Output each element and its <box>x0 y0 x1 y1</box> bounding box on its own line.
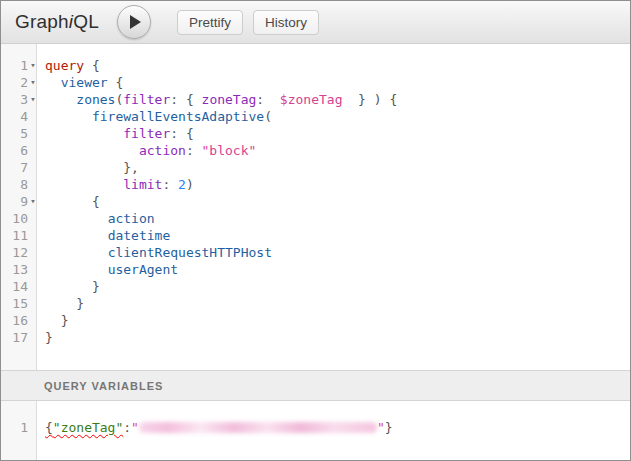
fold-arrow-placeholder <box>28 312 38 329</box>
line-number: 14 <box>12 278 28 295</box>
fold-arrow-placeholder <box>28 108 38 125</box>
fold-arrow-placeholder <box>28 419 38 436</box>
code-line[interactable]: 14 } <box>1 278 630 295</box>
code-text: } <box>38 278 100 295</box>
line-number: 12 <box>12 244 28 261</box>
logo-text-post: QL <box>73 11 99 32</box>
line-number: 1 <box>20 57 28 74</box>
line-number: 17 <box>12 329 28 346</box>
fold-arrow-placeholder <box>28 227 38 244</box>
graphiql-logo: GraphiQL <box>15 11 99 33</box>
fold-arrow-icon[interactable]: ▾ <box>28 74 38 91</box>
code-text: action <box>38 210 155 227</box>
code-text: action: "block" <box>38 142 256 159</box>
code-text: {"zoneTag":""} <box>38 419 393 436</box>
fold-arrow-placeholder <box>28 244 38 261</box>
query-variables-titlebar[interactable]: QUERY VARIABLES <box>1 370 630 401</box>
code-text: userAgent <box>38 261 178 278</box>
code-text: firewallEventsAdaptive( <box>38 108 272 125</box>
code-text: { <box>38 193 100 210</box>
line-number: 16 <box>12 312 28 329</box>
fold-arrow-placeholder <box>28 278 38 295</box>
code-line[interactable]: 15 } <box>1 295 630 312</box>
code-line[interactable]: 2▾ viewer { <box>1 74 630 91</box>
line-number: 3 <box>20 91 28 108</box>
code-line[interactable]: 10 action <box>1 210 630 227</box>
line-number: 13 <box>12 261 28 278</box>
code-text: clientRequestHTTPHost <box>38 244 272 261</box>
query-variables-editor[interactable]: 1{"zoneTag":""} <box>1 401 630 460</box>
code-line[interactable]: 17} <box>1 329 630 346</box>
code-text: query { <box>38 57 100 74</box>
line-number: 8 <box>20 176 28 193</box>
code-text: } <box>38 312 68 329</box>
code-text: filter: { <box>38 125 194 142</box>
code-line[interactable]: 7 }, <box>1 159 630 176</box>
line-number: 1 <box>20 419 28 436</box>
line-number: 7 <box>20 159 28 176</box>
execute-query-button[interactable] <box>117 5 151 39</box>
fold-arrow-icon[interactable]: ▾ <box>28 193 38 210</box>
line-number: 5 <box>20 125 28 142</box>
fold-arrow-placeholder <box>28 125 38 142</box>
code-text: limit: 2) <box>38 176 194 193</box>
redacted-value <box>139 422 377 433</box>
fold-arrow-placeholder <box>28 295 38 312</box>
code-text: viewer { <box>38 74 123 91</box>
logo-text-pre: Graph <box>15 11 69 32</box>
code-line[interactable]: 6 action: "block" <box>1 142 630 159</box>
line-number: 15 <box>12 295 28 312</box>
code-text: datetime <box>38 227 170 244</box>
code-text: zones(filter: { zoneTag: $zoneTag } ) { <box>38 91 397 108</box>
line-number: 9 <box>20 193 28 210</box>
line-number: 2 <box>20 74 28 91</box>
code-line[interactable]: 1{"zoneTag":""} <box>1 419 630 436</box>
code-text: } <box>38 329 53 346</box>
fold-arrow-placeholder <box>28 210 38 227</box>
history-button[interactable]: History <box>253 10 319 35</box>
fold-arrow-icon[interactable]: ▾ <box>28 91 38 108</box>
code-line[interactable]: 5 filter: { <box>1 125 630 142</box>
code-line[interactable]: 3▾ zones(filter: { zoneTag: $zoneTag } )… <box>1 91 630 108</box>
code-line[interactable]: 11 datetime <box>1 227 630 244</box>
line-number: 11 <box>12 227 28 244</box>
graphiql-container: GraphiQL Prettify History 1▾query {2▾ vi… <box>0 0 631 461</box>
query-editor[interactable]: 1▾query {2▾ viewer {3▾ zones(filter: { z… <box>1 44 630 370</box>
line-number: 4 <box>20 108 28 125</box>
fold-arrow-placeholder <box>28 159 38 176</box>
code-text: } <box>38 295 84 312</box>
query-variables-title: QUERY VARIABLES <box>44 380 163 392</box>
code-line[interactable]: 1▾query { <box>1 57 630 74</box>
line-number: 10 <box>12 210 28 227</box>
code-line[interactable]: 12 clientRequestHTTPHost <box>1 244 630 261</box>
play-icon <box>130 15 141 29</box>
code-line[interactable]: 9▾ { <box>1 193 630 210</box>
code-line[interactable]: 8 limit: 2) <box>1 176 630 193</box>
fold-arrow-placeholder <box>28 261 38 278</box>
fold-arrow-icon[interactable]: ▾ <box>28 57 38 74</box>
code-line[interactable]: 13 userAgent <box>1 261 630 278</box>
code-line[interactable]: 4 firewallEventsAdaptive( <box>1 108 630 125</box>
code-line[interactable]: 16 } <box>1 312 630 329</box>
prettify-button[interactable]: Prettify <box>177 10 243 35</box>
code-text: }, <box>38 159 139 176</box>
fold-arrow-placeholder <box>28 142 38 159</box>
topbar: GraphiQL Prettify History <box>1 1 630 44</box>
fold-arrow-placeholder <box>28 329 38 346</box>
line-number: 6 <box>20 142 28 159</box>
fold-arrow-placeholder <box>28 176 38 193</box>
